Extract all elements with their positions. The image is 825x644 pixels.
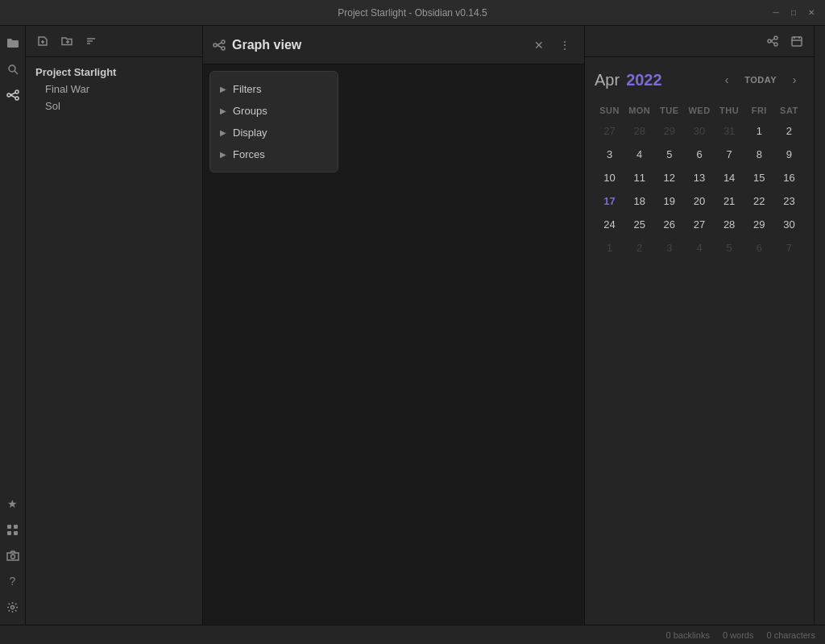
right-scroll[interactable] [814,26,825,625]
filter-label-groups: Groups [233,105,267,117]
maximize-button[interactable]: □ [788,7,799,19]
cal-cell-w2-d5[interactable]: 15 [744,167,774,189]
cal-header-fri: FRI [744,102,774,118]
svg-point-21 [222,40,225,44]
cal-cell-w3-d2[interactable]: 19 [654,190,684,212]
cal-cell-w4-d1[interactable]: 25 [624,214,654,235]
calendar-prev-button[interactable]: ‹ [717,70,736,89]
cal-cell-w1-d5[interactable]: 8 [744,143,774,165]
cal-cell-w0-d5[interactable]: 1 [744,120,774,142]
svg-line-6 [10,95,15,98]
cal-cell-w2-d0[interactable]: 10 [595,167,624,189]
cal-cell-w2-d3[interactable]: 13 [684,167,714,189]
svg-point-3 [15,90,19,93]
new-folder-icon[interactable] [56,31,77,52]
cal-cell-w4-d2[interactable]: 26 [654,214,684,235]
help-icon[interactable]: ? [2,570,24,592]
calendar-week-3: 17181920212223 [595,190,804,212]
tree-item-final-war[interactable]: Final War [26,81,202,98]
cal-cell-w5-d6[interactable]: 7 [774,237,804,259]
icon-rail: ★ ? [0,26,26,625]
calendar-next-button[interactable]: › [785,70,804,89]
titlebar: Project Starlight - Obsidian v0.14.5 ─ □… [0,0,825,26]
cal-cell-w5-d4[interactable]: 5 [715,237,744,259]
cal-cell-w2-d6[interactable]: 16 [774,167,804,189]
calendar-panel-toolbar [585,26,814,57]
svg-point-2 [7,93,10,97]
settings-icon[interactable] [2,596,24,618]
cal-cell-w1-d2[interactable]: 5 [654,143,684,165]
cal-cell-w3-d1[interactable]: 18 [624,190,654,212]
svg-rect-31 [792,37,802,46]
svg-line-1 [15,71,18,74]
graph-panel: Graph view ✕ ⋮ ▶ Filters ▶ Groups ▶ Disp… [203,26,584,625]
cal-cell-w0-d0[interactable]: 27 [595,120,624,142]
cal-cell-w0-d2[interactable]: 29 [654,120,684,142]
filter-label-display: Display [233,127,267,139]
minimize-button[interactable]: ─ [770,7,781,19]
cal-cell-w4-d3[interactable]: 27 [684,214,714,235]
cal-cell-w3-d3[interactable]: 20 [684,190,714,212]
sort-icon[interactable] [81,31,102,52]
filter-item-groups[interactable]: ▶ Groups [210,100,338,122]
filter-item-forces[interactable]: ▶ Forces [210,143,338,165]
svg-point-4 [15,97,19,100]
grid-icon[interactable] [2,518,24,541]
calendar-week-2: 10111213141516 [595,167,804,189]
cal-cell-w0-d6[interactable]: 2 [774,120,804,142]
new-file-icon[interactable] [32,31,53,52]
tree-item-sol[interactable]: Sol [26,98,202,114]
cal-cell-w1-d3[interactable]: 6 [684,143,714,165]
cal-cell-w5-d5[interactable]: 6 [744,237,774,259]
graph-link-icon[interactable] [762,31,783,52]
calendar-container: Apr 2022 ‹ TODAY › SUN MON TUE WED THU F… [585,57,814,625]
svg-line-23 [217,43,222,45]
cal-cell-w1-d1[interactable]: 4 [624,143,654,165]
calendar-grid: SUN MON TUE WED THU FRI SAT 272829303112… [595,102,804,259]
calendar-week-0: 272829303112 [595,120,804,142]
cal-cell-w2-d4[interactable]: 14 [715,167,744,189]
starred-icon[interactable]: ★ [2,492,24,515]
cal-cell-w5-d3[interactable]: 4 [684,237,714,259]
cal-cell-w2-d1[interactable]: 11 [624,167,654,189]
calendar-week-1: 3456789 [595,143,804,165]
filter-item-filters[interactable]: ▶ Filters [210,78,338,100]
cal-cell-w4-d6[interactable]: 30 [774,214,804,235]
filter-label-filters: Filters [233,83,261,95]
cal-cell-w3-d5[interactable]: 22 [744,190,774,212]
cal-cell-w0-d4[interactable]: 31 [715,120,744,142]
cal-cell-w5-d0[interactable]: 1 [595,237,624,259]
main-layout: ★ ? [0,26,825,625]
filter-item-display[interactable]: ▶ Display [210,122,338,143]
cal-cell-w3-d0[interactable]: 17 [595,190,624,212]
calendar-today-button[interactable]: TODAY [740,73,781,86]
open-folder-icon[interactable] [2,32,24,55]
camera-icon[interactable] [2,544,24,567]
cal-cell-w1-d6[interactable]: 9 [774,143,804,165]
titlebar-controls: ─ □ ✕ [770,7,817,19]
svg-rect-8 [14,525,18,529]
close-button[interactable]: ✕ [806,7,817,19]
graph-close-button[interactable]: ✕ [529,35,549,55]
calendar-icon[interactable] [786,31,807,52]
cal-cell-w3-d4[interactable]: 21 [715,190,744,212]
filter-arrow-forces: ▶ [220,150,226,159]
svg-point-11 [10,555,15,559]
cal-cell-w1-d4[interactable]: 7 [715,143,744,165]
graph-menu-button[interactable]: ⋮ [555,35,574,55]
cal-cell-w3-d6[interactable]: 23 [774,190,804,212]
search-icon[interactable] [2,58,24,81]
graph-view-icon[interactable] [2,84,24,106]
cal-cell-w5-d1[interactable]: 2 [624,237,654,259]
cal-cell-w4-d4[interactable]: 28 [715,214,744,235]
cal-cell-w4-d0[interactable]: 24 [595,214,624,235]
cal-cell-w5-d2[interactable]: 3 [654,237,684,259]
svg-rect-10 [14,531,18,535]
cal-cell-w4-d5[interactable]: 29 [744,214,774,235]
cal-cell-w2-d2[interactable]: 12 [654,167,684,189]
cal-cell-w0-d3[interactable]: 30 [684,120,714,142]
svg-rect-7 [7,525,11,529]
cal-cell-w0-d1[interactable]: 28 [624,120,654,142]
svg-line-24 [217,45,222,48]
cal-cell-w1-d0[interactable]: 3 [595,143,624,165]
